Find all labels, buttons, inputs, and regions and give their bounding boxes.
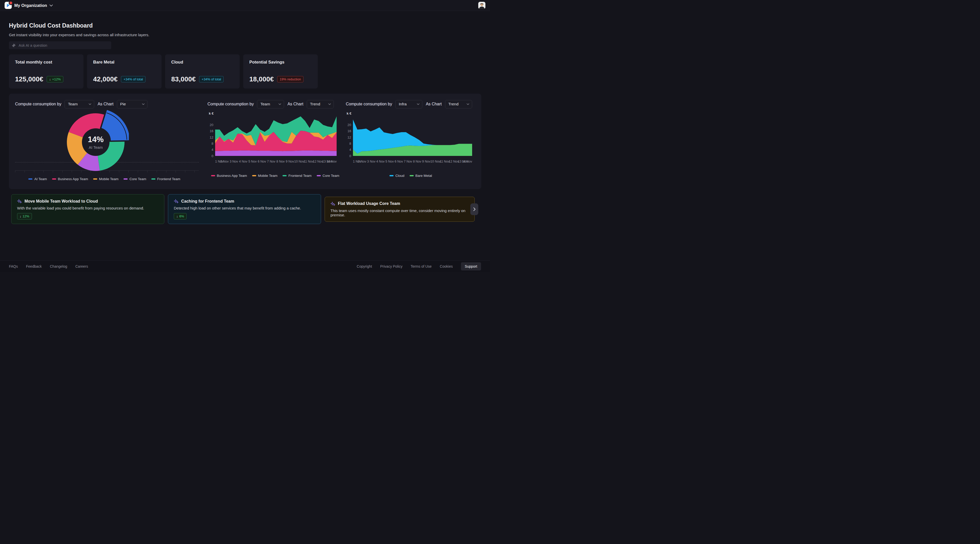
recommendation-title: Caching for Frontend Team [181,199,234,204]
top-bar: My Organization [0,0,490,11]
recommendation-cards-row: Move Mobile Team Workload to Cloud With … [9,194,481,224]
as-chart-label: As Chart [426,102,442,107]
pie-chart-controls: Compute consumption by Team As Chart Pie [15,100,204,108]
axis-label: 6 Nov [258,160,266,163]
arrow-down-icon: ↓ [49,77,51,81]
chevron-down-icon [142,103,145,105]
ai-sparkles-icon [174,199,179,204]
axis-label: 8 [212,142,213,145]
axis-label: 20 [348,123,351,127]
legend-item: AI Team [28,177,47,181]
footer-link[interactable]: Careers [75,264,88,269]
axis-label: 14 Nov [326,160,337,163]
savings-badge: ↓12% [17,213,32,220]
compute-by-label: Compute consumption by [207,102,254,107]
stat-value: 42,000€ [93,75,118,83]
legend-color-swatch [151,178,156,180]
axis-label: 11 Nov [304,160,313,163]
chevron-right-icon [473,207,476,211]
legend-item: Core Team [124,177,146,181]
app-logo-icon [5,2,12,9]
team-stacked-area-chart[interactable]: k €0481216201 Nov2 Nov3 Nov4 Nov5 Nov6 N… [207,110,340,172]
axis-label: 12 Nov [449,160,459,163]
team-trend-legend: Business App TeamMobile TeamFrontend Tea… [207,174,343,178]
axis-label: 4 [212,148,213,151]
legend-label: Mobile Team [99,177,118,181]
page-subtitle: Get instant visibility into your expense… [9,33,481,37]
axis-label: 8 [349,142,351,145]
footer-link[interactable]: Copyright [357,264,372,269]
legend-item: Frontend Team [283,174,312,178]
legend-item: Mobile Team [93,177,118,181]
compute-by-select[interactable]: Team [65,100,94,108]
stat-card-potential-savings: Potential Savings 18,000€ 19% reduction [243,54,318,89]
stat-label: Potential Savings [249,60,312,65]
legend-color-swatch [93,178,97,180]
compute-by-select[interactable]: Infra [395,100,422,108]
axis-label: k € [347,111,352,115]
axis-label: 12 [210,135,213,139]
arrow-down-icon: ↓ [20,214,21,218]
legend-item: Bare Metal [410,174,432,178]
ask-ai-input[interactable] [18,43,108,48]
carousel-next-button[interactable] [470,204,478,215]
infra-trend-legend: CloudBare Metal [346,174,476,178]
recommendation-card-move-mobile[interactable]: Move Mobile Team Workload to Cloud With … [11,194,164,224]
stat-badge: +34% of total [199,76,224,83]
axis-label: k € [209,111,213,115]
legend-item: Mobile Team [252,174,277,178]
stat-value: 83,000€ [171,75,196,83]
axis-label: 7 Nov [404,160,412,163]
footer-link[interactable]: Privacy Policy [380,264,402,269]
axis-label: 8 Nov [413,160,422,163]
main-content: Hybrid Cloud Cost Dashboard Get instant … [0,22,490,224]
legend-color-swatch [317,175,321,176]
axis-label: 16 [348,129,351,133]
recommendation-card-flat-workload[interactable]: Flat Workload Usage Core Team This team … [325,197,475,222]
as-chart-label: As Chart [97,102,113,107]
ai-sparkles-icon [331,201,335,206]
footer: FAQsFeedbackChangelogCareers CopyrightPr… [0,261,490,272]
stat-label: Cloud [171,60,234,65]
recommendations-carousel: Move Mobile Team Workload to Cloud With … [9,194,481,224]
chart-type-select[interactable]: Pie [117,100,148,108]
org-name: My Organization [14,3,47,8]
org-switcher[interactable]: My Organization [5,2,53,9]
charts-panel: Compute consumption by Team As Chart Pie… [9,94,481,189]
legend-color-swatch [52,178,56,180]
footer-link[interactable]: Changelog [50,264,67,269]
axis-label: 4 Nov [239,160,248,163]
pie-legend: AI TeamBusiness App TeamMobile TeamCore … [15,177,194,181]
footer-links-left: FAQsFeedbackChangelogCareers [9,264,88,269]
recommendation-card-caching[interactable]: Caching for Frontend Team Detected high … [168,194,321,224]
donut-chart[interactable]: 14% AI Team [62,109,129,175]
legend-color-swatch [211,175,215,176]
notification-dot [9,1,13,5]
infra-stacked-area-chart[interactable]: k €0481216201 Nov2 Nov3 Nov4 Nov5 Nov6 N… [346,110,476,172]
footer-link[interactable]: Cookies [440,264,453,269]
compute-by-select[interactable]: Team [257,100,284,108]
axis-label: 4 Nov [376,160,385,163]
stat-card-cloud: Cloud 83,000€ +34% of total [165,54,240,89]
axis-label: 7 Nov [267,160,275,163]
axis-label: 3 Nov [230,160,238,163]
user-avatar[interactable] [478,2,485,9]
ask-ai-bar[interactable] [9,41,111,49]
legend-color-swatch [410,175,414,176]
stat-card-total-monthly-cost: Total monthly cost 125,000€ ↓+12% [9,54,83,89]
legend-color-swatch [283,175,286,176]
stat-value: 18,000€ [249,75,274,83]
footer-link[interactable]: Feedback [26,264,41,269]
legend-color-swatch [252,175,256,176]
footer-link[interactable]: Terms of Use [410,264,431,269]
donut-hole [82,128,110,156]
legend-color-swatch [390,175,393,176]
legend-item: Cloud [390,174,404,178]
footer-link[interactable]: FAQs [9,264,18,269]
support-button[interactable]: Support [461,262,481,270]
arrow-down-icon: ↓ [177,214,178,218]
chart-type-select[interactable]: Trend [445,100,472,108]
legend-item: Frontend Team [151,177,180,181]
axis-label: 6 Nov [395,160,403,163]
chart-type-select[interactable]: Trend [307,100,334,108]
